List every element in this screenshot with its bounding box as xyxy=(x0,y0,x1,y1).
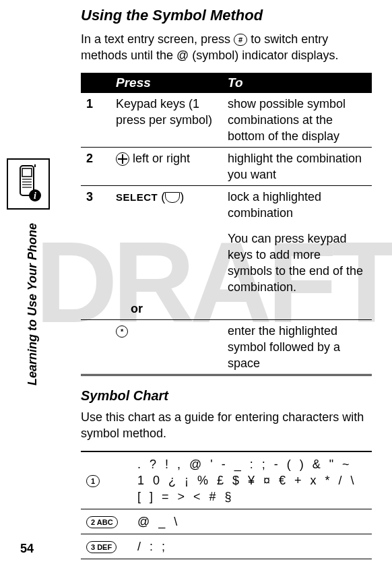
softkey-icon xyxy=(165,192,180,203)
phone-info-icon: i xyxy=(7,158,50,210)
select-label: SELECT xyxy=(116,191,158,203)
chars-cell: @ _ \ xyxy=(132,509,372,534)
section-heading: Using the Symbol Method xyxy=(81,7,372,24)
to-cell: lock a highlighted combination xyxy=(222,186,372,224)
chars-cell: / : ; xyxy=(132,534,372,559)
to-cell: enter the highlighted symbol followed by… xyxy=(222,320,372,375)
table-row: 1 . ? ! , @ ' - _ : ; - ( ) & " ~ 1 0 ¿ … xyxy=(81,451,372,509)
step-num: 1 xyxy=(86,97,93,111)
svg-text:i: i xyxy=(34,191,36,201)
sub-intro: Use this chart as a guide for entering c… xyxy=(81,409,372,441)
star-key-icon: * xyxy=(116,325,128,338)
press-cell: SELECT () xyxy=(110,186,222,224)
press-text: left or right xyxy=(129,152,190,165)
or-label: or xyxy=(110,298,222,320)
chars-cell: " & ' xyxy=(132,559,372,565)
table-row: 2 left or right highlight the combinatio… xyxy=(81,148,372,186)
table-row: 4 GHI " & ' xyxy=(81,559,372,565)
table-row: 1 Keypad keys (1 press per symbol) show … xyxy=(81,93,372,148)
table-row: 3 DEF / : ; xyxy=(81,534,372,559)
subsection-heading: Symbol Chart xyxy=(81,388,372,404)
symbol-chart-table: 1 . ? ! , @ ' - _ : ; - ( ) & " ~ 1 0 ¿ … xyxy=(81,451,372,564)
table-row: You can press keypad keys to add more sy… xyxy=(81,224,372,298)
step-num: 3 xyxy=(86,190,93,203)
press-cell: Keypad keys (1 press per symbol) xyxy=(110,93,222,148)
table-row: 3 SELECT () lock a highlighted combinati… xyxy=(81,186,372,224)
key-3-icon: 3 DEF xyxy=(86,541,117,553)
svg-rect-1 xyxy=(22,168,32,177)
key-1-icon: 1 xyxy=(86,475,100,487)
to-extra: You can press keypad keys to add more sy… xyxy=(222,224,372,298)
press-cell: left or right xyxy=(110,148,222,186)
hash-key-icon: # xyxy=(234,34,247,46)
col-press: Press xyxy=(110,73,222,93)
col-to: To xyxy=(222,73,372,93)
to-cell: show possible symbol combinations at the… xyxy=(222,93,372,148)
side-tab: i Learning to Use Your Phone xyxy=(0,158,57,385)
chars-cell: . ? ! , @ ' - _ : ; - ( ) & " ~ 1 0 ¿ ¡ … xyxy=(132,451,372,509)
table-row: or xyxy=(81,298,372,320)
intro-paragraph: In a text entry screen, press # to switc… xyxy=(81,31,372,63)
intro-text-before: In a text entry screen, press xyxy=(81,32,234,46)
to-cell: highlight the combination you want xyxy=(222,148,372,186)
instruction-table: Press To 1 Keypad keys (1 press per symb… xyxy=(81,73,372,376)
table-row: * enter the highlighted symbol followed … xyxy=(81,320,372,375)
step-num: 2 xyxy=(86,152,93,165)
side-section-label: Learning to Use Your Phone xyxy=(26,223,40,385)
key-2-icon: 2 ABC xyxy=(86,516,118,528)
table-row: 2 ABC @ _ \ xyxy=(81,509,372,534)
dpad-icon xyxy=(116,152,129,166)
press-cell: * xyxy=(110,320,222,375)
